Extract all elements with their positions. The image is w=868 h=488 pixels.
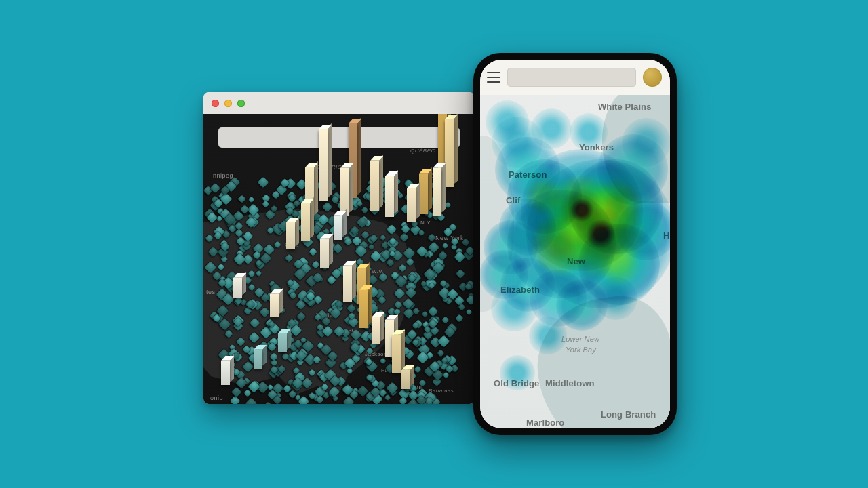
hexbin-cell bbox=[237, 195, 246, 203]
hexbin-cell bbox=[240, 205, 250, 214]
hexbin-cell bbox=[361, 206, 369, 214]
extruded-bar bbox=[301, 203, 310, 241]
extruded-bar bbox=[233, 278, 242, 298]
hexbin-cell bbox=[422, 311, 429, 318]
hexbin-cell bbox=[250, 318, 260, 329]
hexbin-cell bbox=[233, 253, 245, 266]
hexbin-cell bbox=[309, 247, 317, 256]
extruded-bar bbox=[278, 333, 287, 352]
window-close-icon[interactable] bbox=[212, 100, 219, 107]
extruded-bar bbox=[385, 176, 394, 217]
hexbin-cell bbox=[205, 234, 214, 243]
hexbin-cell bbox=[403, 308, 414, 319]
extruded-bar bbox=[320, 239, 329, 268]
hexbin-cell bbox=[366, 347, 374, 355]
hexbin-cell bbox=[235, 222, 243, 230]
hexbin-cell bbox=[259, 307, 269, 317]
hexbin-cell bbox=[379, 235, 387, 242]
hexbin-cell bbox=[437, 349, 445, 357]
hexbin-cell bbox=[231, 387, 242, 398]
hexbin-cell bbox=[248, 197, 256, 204]
hexbin-cell bbox=[387, 224, 397, 234]
hexbin-cell bbox=[262, 200, 269, 207]
heat-blob bbox=[616, 201, 670, 260]
hexbin-cell bbox=[394, 300, 402, 308]
extruded-bar bbox=[343, 266, 352, 302]
hexbin-cell bbox=[414, 366, 422, 374]
window-zoom-icon[interactable] bbox=[237, 100, 245, 107]
hexbin-cell bbox=[273, 241, 281, 249]
heat-blob bbox=[507, 190, 616, 298]
heat-blob bbox=[486, 100, 529, 144]
extruded-bar bbox=[270, 294, 279, 317]
hexbin-cell bbox=[236, 337, 245, 346]
place-label: New bbox=[567, 256, 585, 266]
hexbin-cell bbox=[386, 258, 395, 267]
hexbin-cell bbox=[393, 287, 405, 299]
hexbin-cell bbox=[418, 230, 425, 237]
avatar[interactable] bbox=[643, 68, 662, 87]
extruded-bar bbox=[340, 168, 349, 216]
hexbin-cell bbox=[248, 380, 260, 392]
hexbin-cell bbox=[455, 314, 464, 323]
place-label: Old Bridge bbox=[494, 378, 539, 388]
window-titlebar bbox=[203, 92, 475, 114]
mobile-screen: White PlainsYonkersPatersonClifHNewEliza… bbox=[480, 60, 670, 428]
hexbin-cell bbox=[437, 336, 450, 348]
hexbin-cell bbox=[210, 183, 220, 193]
mobile-device-frame: White PlainsYonkersPatersonClifHNewEliza… bbox=[473, 53, 677, 435]
extruded-bar bbox=[221, 361, 230, 385]
heat-blob bbox=[578, 224, 660, 305]
water-shape bbox=[480, 136, 514, 312]
hexbin-cell bbox=[248, 283, 256, 291]
mobile-top-bar bbox=[480, 60, 670, 95]
hexbin-cell bbox=[456, 269, 465, 279]
extruded-bar bbox=[445, 119, 454, 187]
place-label: Paterson bbox=[509, 169, 547, 180]
hexbin-cell bbox=[350, 329, 361, 340]
hexbin-cell bbox=[249, 332, 260, 344]
hexbin-cell bbox=[466, 309, 473, 316]
hexbin-cell bbox=[368, 243, 375, 250]
mobile-search-input[interactable] bbox=[507, 68, 636, 87]
hexbin-cell bbox=[370, 251, 382, 263]
hexbin-cell bbox=[384, 394, 391, 401]
hexbin-cell bbox=[418, 379, 426, 386]
window-minimize-icon[interactable] bbox=[224, 100, 232, 107]
hexbin-cell bbox=[255, 270, 262, 277]
hexbin-cell bbox=[427, 306, 438, 317]
hexbin-cell bbox=[399, 232, 410, 243]
water-shape bbox=[602, 95, 670, 203]
hexbin-cell bbox=[406, 258, 414, 266]
hexbin-cell bbox=[205, 261, 217, 273]
place-label: Elizabeth bbox=[500, 285, 540, 295]
extruded-bar bbox=[401, 370, 410, 389]
hexbin-cell bbox=[225, 329, 233, 338]
hexbin-cell bbox=[230, 396, 241, 404]
extruded-bar bbox=[419, 174, 428, 214]
menu-icon[interactable] bbox=[487, 72, 500, 83]
hexbin-3d-layer bbox=[203, 114, 475, 404]
hexbin-cell bbox=[441, 317, 449, 324]
extruded-bar bbox=[407, 188, 416, 222]
extruded-bar bbox=[433, 168, 441, 216]
hexbin-cell bbox=[235, 228, 243, 237]
hexbin-cell bbox=[347, 367, 354, 375]
hexbin-cell bbox=[245, 398, 257, 404]
hexbin-cell bbox=[264, 401, 272, 404]
hexbin-cell bbox=[218, 263, 225, 270]
hexbin-cell bbox=[442, 243, 449, 249]
hexbin-cell bbox=[406, 287, 417, 299]
heat-blob bbox=[531, 108, 572, 149]
desktop-map-viewport[interactable]: nnipegONTARIOQUÉBECQuébecOttawaMICH.N.Y.… bbox=[203, 114, 475, 404]
hexbin-cell bbox=[378, 272, 387, 282]
hexbin-cell bbox=[296, 312, 307, 322]
hexbin-cell bbox=[378, 296, 387, 305]
hexbin-cell bbox=[380, 357, 387, 365]
hexbin-cell bbox=[403, 247, 416, 259]
hexbin-cell bbox=[285, 254, 293, 262]
hexbin-cell bbox=[311, 260, 320, 269]
extruded-bar bbox=[359, 290, 368, 328]
hexbin-cell bbox=[208, 247, 218, 257]
mobile-map-viewport[interactable]: White PlainsYonkersPatersonClifHNewEliza… bbox=[480, 95, 670, 428]
